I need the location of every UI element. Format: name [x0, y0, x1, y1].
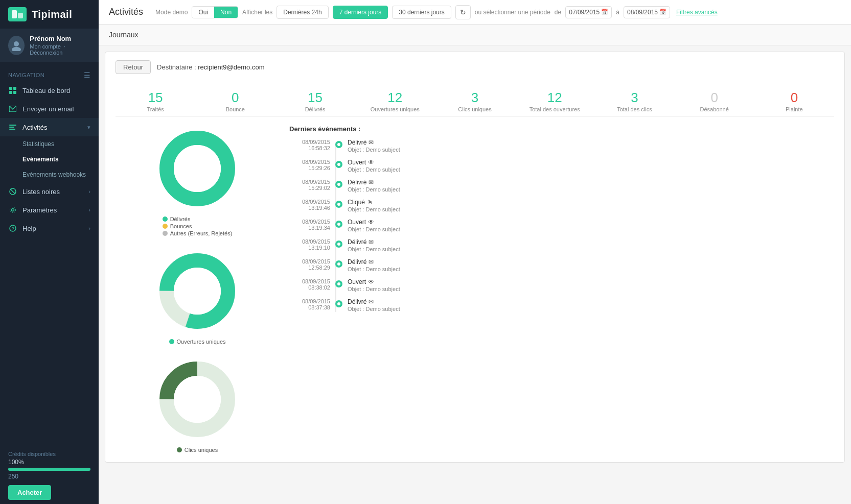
event-type-label: Délivré: [348, 179, 366, 186]
buy-button[interactable]: Acheter: [8, 485, 51, 500]
chart2-legend: Ouvertures uniques: [169, 339, 226, 346]
sidebar-item-send-email[interactable]: Envoyer un email: [0, 100, 99, 118]
event-type-icon: 👁: [368, 278, 374, 285]
event-date: 08/09/2015: [289, 278, 330, 284]
panel-header: Retour Destinataire : recipient9@demo.co…: [116, 60, 834, 74]
stat-label: Ouvertures uniques: [355, 106, 435, 112]
period-24h-button[interactable]: Dernières 24h: [277, 6, 328, 19]
event-type-label: Ouvert: [348, 278, 366, 285]
event-time: 13:19:34: [289, 225, 330, 231]
toggle-oui[interactable]: Oui: [192, 7, 214, 18]
event-row: 08/09/2015 15:29:26 Ouvert 👁 Objet : Dem…: [289, 159, 834, 173]
svg-rect-1: [18, 13, 23, 18]
event-type-label: Cliqué: [348, 199, 365, 206]
credits-bar-bg: [8, 468, 90, 471]
svg-rect-11: [9, 129, 15, 130]
sidebar-item-activities[interactable]: Activités ▾: [0, 118, 99, 136]
event-date-col: 08/09/2015 16:58:32: [289, 139, 330, 151]
sidebar-sub-evenements[interactable]: Evénements: [0, 152, 99, 167]
event-subject-prefix: Objet :: [348, 306, 364, 312]
legend-dot-autres: [163, 231, 168, 236]
help-chevron: ›: [88, 225, 90, 231]
stat-label: Plainte: [754, 106, 834, 112]
event-info: Délivré ✉ Objet : Demo subject: [348, 139, 400, 153]
toggle-non[interactable]: Non: [214, 7, 238, 18]
refresh-button[interactable]: ↻: [455, 5, 471, 19]
date-to-value: 08/09/2015: [627, 9, 658, 16]
event-date: 08/09/2015: [289, 159, 330, 165]
event-date-col: 08/09/2015 12:58:29: [289, 258, 330, 271]
main-panel: Retour Destinataire : recipient9@demo.co…: [105, 52, 845, 463]
stat-item: 0 Bounce: [195, 88, 275, 114]
stat-label: Désabonné: [675, 106, 754, 112]
stat-value: 0: [675, 90, 754, 105]
sidebar-item-dashboard[interactable]: Tableau de bord: [0, 81, 99, 100]
event-date-col: 08/09/2015 08:38:02: [289, 278, 330, 291]
event-info: Délivré ✉ Objet : Demo subject: [348, 238, 400, 252]
event-type: Délivré ✉: [348, 298, 400, 305]
logout-link[interactable]: Déconnexion: [30, 50, 62, 56]
journaux-title: Journaux: [109, 31, 139, 39]
sidebar-item-listes-noires[interactable]: Listes noires ›: [0, 182, 99, 201]
donut-chart-3: [154, 356, 241, 443]
sidebar-sub-evenements-webhooks[interactable]: Evénements webhooks: [0, 167, 99, 182]
stat-item: 3 Clics uniques: [435, 88, 515, 114]
recipient-label: Destinataire : recipient9@demo.com: [157, 63, 264, 71]
event-type: Délivré ✉: [348, 258, 400, 266]
chart1-legend: Délivrés Bounces Autres (Erreurs, Rejeté…: [163, 216, 233, 237]
date-de-label: de: [555, 9, 561, 16]
event-time: 13:19:46: [289, 205, 330, 211]
back-button[interactable]: Retour: [116, 60, 151, 74]
afficher-label: Afficher les: [242, 9, 272, 16]
sidebar: Tipimail Prénom Nom Mon compte · Déconne…: [0, 0, 99, 504]
calendar-from-icon[interactable]: 📅: [601, 9, 608, 15]
stat-value: 3: [594, 90, 674, 105]
sidebar-item-parametres-label: Paramètres: [22, 206, 57, 214]
stat-value: 0: [195, 90, 275, 105]
credits-bar-fill: [8, 468, 90, 471]
event-dot: [335, 300, 342, 307]
svg-point-15: [10, 207, 16, 213]
svg-rect-9: [9, 125, 16, 126]
nav-menu-icon[interactable]: ☰: [84, 71, 91, 79]
dashboard-icon: [8, 86, 17, 95]
period-7j-button[interactable]: 7 derniers jours: [333, 6, 388, 19]
date-from-value: 07/09/2015: [569, 9, 600, 16]
recipient-email: recipient9@demo.com: [198, 63, 264, 71]
donut-chart-1: [154, 125, 241, 212]
event-type: Cliqué 🖱: [348, 199, 400, 206]
sidebar-item-parametres[interactable]: Paramètres ›: [0, 201, 99, 219]
event-subject: Objet : Demo subject: [348, 186, 400, 193]
event-dot: [335, 201, 342, 208]
filtres-avances-link[interactable]: Filtres avancés: [676, 9, 718, 16]
svg-point-2: [14, 41, 19, 46]
stat-value: 3: [435, 90, 515, 105]
sidebar-item-help[interactable]: ? Help ›: [0, 219, 99, 237]
chart-deliveries: Délivrés Bounces Autres (Erreurs, Rejeté…: [116, 125, 279, 237]
event-subject-value: Demo subject: [365, 206, 400, 212]
account-link[interactable]: Mon compte: [30, 43, 61, 50]
event-subject-value: Demo subject: [365, 166, 400, 173]
date-a-label: à: [616, 9, 619, 16]
svg-point-22: [174, 268, 221, 315]
sidebar-item-send-email-label: Envoyer un email: [22, 105, 74, 113]
stat-label: Bounce: [195, 106, 275, 112]
event-date-col: 08/09/2015 15:29:26: [289, 159, 330, 171]
event-date: 08/09/2015: [289, 139, 330, 145]
calendar-to-icon[interactable]: 📅: [659, 9, 666, 15]
event-type: Délivré ✉: [348, 179, 400, 186]
user-links[interactable]: Mon compte · Déconnexion: [30, 43, 90, 56]
stat-label: Clics uniques: [435, 106, 515, 112]
sidebar-sub-statistiques[interactable]: Statistiques: [0, 136, 99, 152]
date-to-picker[interactable]: 08/09/2015 📅: [624, 6, 670, 18]
event-type: Délivré ✉: [348, 238, 400, 246]
event-date: 08/09/2015: [289, 258, 330, 265]
event-type-icon: 👁: [368, 159, 374, 166]
stat-value: 0: [754, 90, 834, 105]
event-date-col: 08/09/2015 13:19:34: [289, 219, 330, 231]
event-subject-prefix: Objet :: [348, 147, 364, 153]
date-from-picker[interactable]: 07/09/2015 📅: [565, 6, 612, 18]
event-time: 08:38:02: [289, 284, 330, 291]
stat-value: 12: [515, 90, 594, 105]
period-30j-button[interactable]: 30 derniers jours: [392, 6, 451, 19]
